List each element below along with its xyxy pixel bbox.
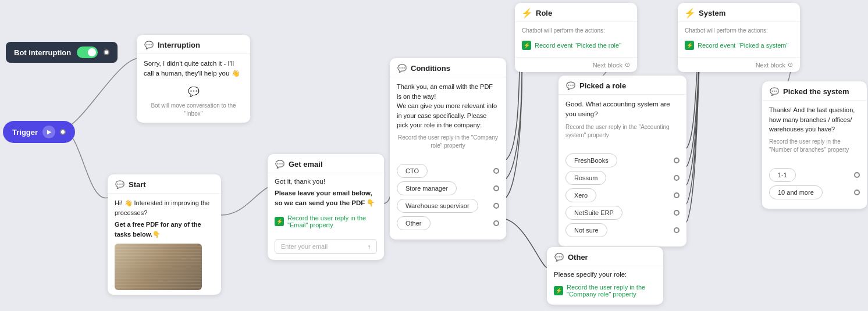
bot-interruption-label: Bot interruption (14, 48, 71, 57)
freshbooks-connector (674, 158, 680, 163)
start-node: 💬 Start Hi! 👋 Interested in improving th… (108, 174, 221, 295)
option-row-other: Other (397, 216, 499, 230)
rossum-row: Rossum (565, 171, 680, 185)
xero-row: Xero (565, 188, 680, 202)
netsuite-option[interactable]: NetSuite ERP (565, 206, 622, 220)
start-line2: Get a free PDF for any of the tasks belo… (115, 220, 214, 239)
system-record-icon: ⚡ (685, 41, 694, 50)
interruption-header: 💬 Interruption (137, 35, 250, 54)
netsuite-row: NetSuite ERP (565, 206, 680, 220)
other-option[interactable]: Other (397, 216, 431, 230)
trigger-out-connector (60, 129, 66, 135)
warehouse-connector (493, 203, 499, 209)
other-body: Please specify your role: ⚡ Record the u… (547, 266, 663, 305)
conditions-options: CTO Store manager Warehouse supervisor O… (390, 159, 506, 235)
rossum-connector (674, 175, 680, 181)
picked-role-subtext: Record the user reply in the "Accounting… (565, 123, 680, 140)
warehouse-option[interactable]: Warehouse supervisor (397, 199, 478, 213)
other-record-icon: ⚡ (554, 286, 563, 295)
conditions-icon: 💬 (397, 63, 407, 73)
get-email-message: Got it, thank you! (275, 178, 377, 185)
cto-option[interactable]: CTO (397, 164, 428, 178)
conditions-node: 💬 Conditions Thank you, an email with th… (390, 58, 506, 239)
bot-interruption-connector (104, 49, 109, 55)
trigger-label: Trigger (12, 128, 38, 137)
not-sure-row: Not sure (565, 223, 680, 237)
interruption-subtext: Bot will move conversation to the "Inbox… (144, 102, 243, 118)
picked-system-icon: 💬 (769, 86, 780, 96)
other-record: ⚡ Record the user reply in the "Company … (554, 281, 656, 300)
start-image (115, 244, 202, 290)
picked-role-icon: 💬 (565, 80, 576, 91)
system-header: ⚡ System (678, 3, 800, 22)
10more-connector (854, 190, 860, 195)
picked-role-body: Good. What accounting system are you usi… (558, 95, 686, 149)
start-icon: 💬 (115, 179, 125, 190)
1-1-connector (854, 172, 860, 178)
role-bolt-icon: ⚡ (522, 8, 532, 18)
trigger-play-icon: ▶ (42, 126, 55, 138)
get-email-record: ⚡ Record the user reply in the "Email" p… (275, 212, 377, 231)
email-input-row[interactable]: Enter your email ↑ (275, 239, 377, 254)
cto-connector (493, 168, 499, 174)
other-icon: 💬 (554, 252, 564, 262)
interruption-icon: 💬 (144, 40, 154, 50)
other-message: Please specify your role: (554, 271, 656, 278)
system-subtext: Chatbot will perform the actions: (685, 27, 793, 35)
system-bolt-icon: ⚡ (685, 8, 695, 18)
picked-system-subtext: Record the user reply in the "Number of … (769, 138, 860, 154)
bot-interruption-bar[interactable]: Bot interruption (6, 42, 118, 63)
email-placeholder: Enter your email (281, 243, 328, 250)
system-node: ⚡ System Chatbot will perform the action… (678, 3, 800, 72)
bolt-icon: ⚡ (275, 217, 284, 226)
1-1-option[interactable]: 1-1 (769, 168, 796, 182)
picked-system-message: Thanks! And the last question, how many … (769, 105, 860, 134)
netsuite-connector (674, 210, 680, 216)
other-node: 💬 Other Please specify your role: ⚡ Reco… (547, 247, 663, 305)
conditions-subtext: Record the user reply in the "Company ro… (397, 134, 499, 150)
system-record: ⚡ Record event "Picked a system" (685, 38, 793, 52)
role-subtext: Chatbot will perform the actions: (522, 27, 630, 35)
role-record: ⚡ Record event "Picked the role" (522, 38, 630, 52)
get-email-icon: 💬 (275, 159, 285, 169)
role-next-icon: ⊙ (625, 61, 630, 69)
system-next-block: Next block ⊙ (678, 57, 800, 72)
option-10more-row: 10 and more (769, 185, 860, 199)
start-body: Hi! 👋 Interested in improving the proces… (108, 194, 221, 295)
role-record-icon: ⚡ (522, 41, 531, 50)
freshbooks-option[interactable]: FreshBooks (565, 153, 617, 167)
start-header: 💬 Start (108, 174, 221, 194)
not-sure-option[interactable]: Not sure (565, 223, 607, 237)
option-row-warehouse: Warehouse supervisor (397, 199, 499, 213)
10more-option[interactable]: 10 and more (769, 185, 823, 199)
start-line1: Hi! 👋 Interested in improving the proces… (115, 198, 214, 217)
interruption-body: Sorry, I didn't quite catch it - I'll ca… (137, 54, 250, 123)
option-row-cto: CTO (397, 164, 499, 178)
store-manager-option[interactable]: Store manager (397, 181, 457, 195)
store-connector (493, 185, 499, 191)
freshbooks-row: FreshBooks (565, 153, 680, 167)
picked-role-node: 💬 Picked a role Good. What accounting sy… (558, 76, 686, 246)
picked-system-header: 💬 Picked the system (762, 81, 867, 101)
rossum-option[interactable]: Rossum (565, 171, 606, 185)
system-next-icon: ⊙ (788, 61, 793, 69)
picked-system-options: 1-1 10 and more (762, 163, 867, 204)
not-sure-connector (674, 227, 680, 233)
conditions-body: Thank you, an email with the PDF is on t… (390, 77, 506, 159)
get-email-bold: Please leave your email below, so we can… (275, 188, 377, 209)
picked-role-message: Good. What accounting system are you usi… (565, 99, 680, 120)
role-node: ⚡ Role Chatbot will perform the actions:… (515, 3, 637, 72)
bot-interruption-toggle[interactable] (77, 47, 98, 58)
xero-option[interactable]: Xero (565, 188, 596, 202)
xero-connector (674, 192, 680, 198)
picked-system-body: Thanks! And the last question, how many … (762, 101, 867, 163)
option-1-1-row: 1-1 (769, 168, 860, 182)
get-email-body: Got it, thank you! Please leave your ema… (268, 173, 384, 235)
role-body: Chatbot will perform the actions: ⚡ Reco… (515, 22, 637, 57)
trigger-node[interactable]: Trigger ▶ (3, 121, 75, 143)
role-next-block: Next block ⊙ (515, 57, 637, 72)
get-email-header: 💬 Get email (268, 154, 384, 173)
interruption-message: Sorry, I didn't quite catch it - I'll ca… (144, 59, 243, 79)
flow-canvas: Bot interruption Trigger ▶ 💬 Interruptio… (0, 0, 868, 311)
picked-role-header: 💬 Picked a role (558, 76, 686, 95)
